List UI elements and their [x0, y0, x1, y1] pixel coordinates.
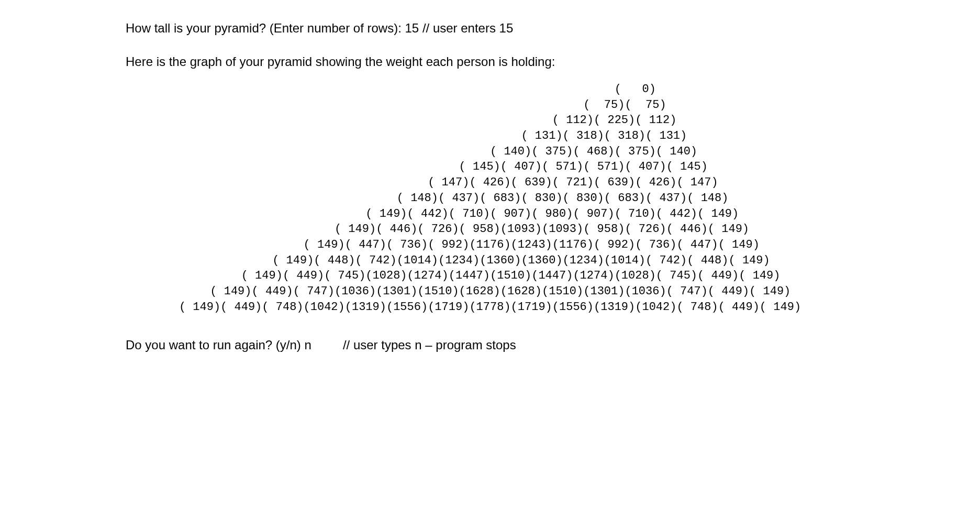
pyramid-output: ( 0) ( 75)( 75) ( 112)( 225)( 112) ( 131… — [31, 82, 949, 315]
footer-line: Do you want to run again? (y/n) n// user… — [126, 338, 949, 352]
prompt-comment: // user enters 15 — [419, 21, 513, 35]
prompt-question: How tall is your pyramid? (Enter number … — [126, 21, 405, 35]
footer-user-input: n — [305, 338, 311, 352]
subtitle: Here is the graph of your pyramid showin… — [126, 54, 949, 69]
prompt-user-input: 15 — [405, 21, 419, 35]
prompt-line: How tall is your pyramid? (Enter number … — [126, 21, 949, 36]
footer-comment: // user types n – program stops — [343, 338, 516, 352]
footer-question: Do you want to run again? (y/n) — [126, 338, 305, 352]
